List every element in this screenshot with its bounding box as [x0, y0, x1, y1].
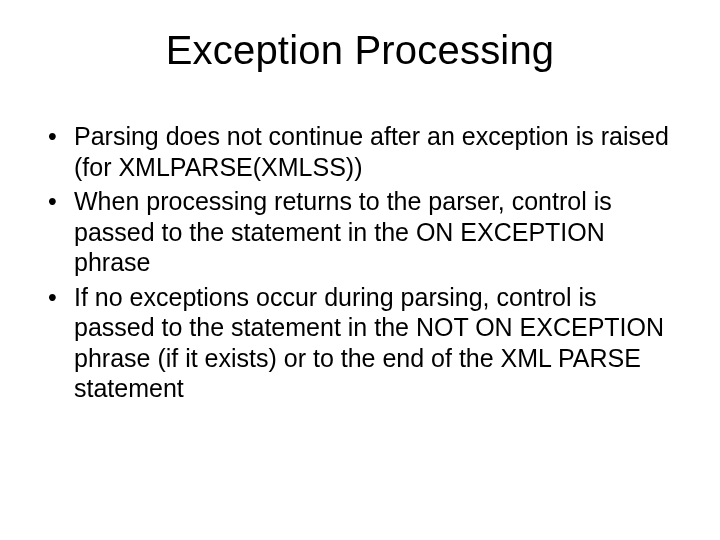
bullet-list: Parsing does not continue after an excep… — [40, 121, 680, 404]
slide-title: Exception Processing — [40, 28, 680, 73]
list-item: Parsing does not continue after an excep… — [46, 121, 680, 182]
slide: Exception Processing Parsing does not co… — [0, 0, 720, 540]
list-item: When processing returns to the parser, c… — [46, 186, 680, 278]
list-item: If no exceptions occur during parsing, c… — [46, 282, 680, 404]
